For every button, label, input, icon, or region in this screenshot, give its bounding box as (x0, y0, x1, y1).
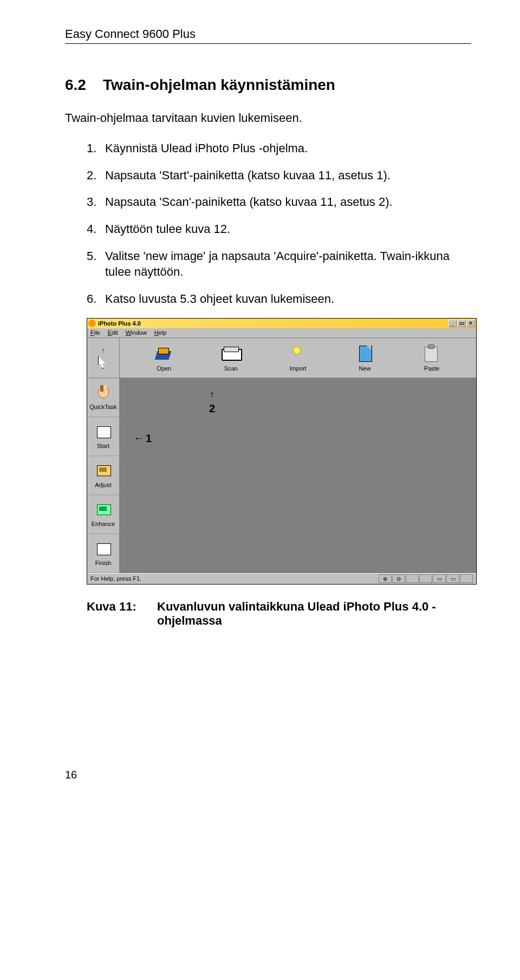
menu-window[interactable]: Window (126, 329, 147, 336)
list-text: Käynnistä Ulead iPhoto Plus -ohjelma. (105, 140, 471, 157)
list-text: Näyttöön tulee kuva 12. (105, 221, 471, 237)
list-text: Valitse 'new image' ja napsauta 'Acquire… (105, 248, 471, 280)
minimize-button[interactable]: _ (448, 320, 457, 327)
list-item: 2. Napsauta 'Start'-painiketta (katso ku… (87, 167, 471, 184)
list-text: Katso luvusta 5.3 ohjeet kuvan lukemisee… (105, 291, 471, 307)
figure-caption: Kuva 11: Kuvanluvun valintaikkuna Ulead … (87, 600, 471, 628)
status-cell: ▭ (433, 574, 446, 583)
hand-icon (95, 384, 112, 401)
toolbar-import[interactable]: Import (276, 343, 320, 372)
enhance-icon (95, 501, 112, 518)
status-cell (419, 574, 432, 583)
figure-caption-text: Kuvanluvun valintaikkuna Ulead iPhoto Pl… (157, 600, 471, 628)
toolbar-label: New (359, 365, 371, 372)
status-cell: ▭ (446, 574, 459, 583)
menu-edit[interactable]: Edit (108, 329, 118, 336)
sidebar-finish[interactable]: Finish (87, 534, 119, 573)
menu-file[interactable]: File (90, 329, 100, 336)
up-arrow-icon: ↑ (100, 347, 107, 354)
sidebar-label: Finish (95, 560, 111, 566)
toolbar-label: Import (289, 365, 306, 372)
list-number: 1. (87, 140, 105, 157)
open-icon (153, 343, 176, 363)
up-arrow-icon: ↑ (210, 389, 214, 400)
toolbar-label: Scan (224, 365, 238, 372)
maximize-button[interactable]: ▭ (457, 320, 466, 327)
zoom-in-icon[interactable]: ⊕ (379, 574, 392, 583)
sidebar-label: Enhance (92, 521, 115, 527)
sidebar-enhance[interactable]: Enhance (87, 495, 119, 534)
header-title: Easy Connect 9600 Plus (65, 27, 196, 41)
canvas-area: ← 1 ↑ 2 (120, 378, 476, 573)
toolbar-paste[interactable]: Paste (410, 343, 453, 372)
annotation-number: 1 (146, 432, 152, 445)
titlebar: iPhoto Plus 4.0 _ ▭ × (87, 319, 476, 328)
app-icon (88, 320, 96, 327)
sidebar: QuickTask Start Adjust Enhance Finish (87, 378, 120, 573)
toolbar-scan[interactable]: Scan (209, 343, 252, 372)
section-heading: 6.2 Twain-ohjelman käynnistäminen (65, 76, 471, 94)
annotation-2: ↑ 2 (209, 389, 215, 415)
new-icon (354, 343, 376, 363)
status-cell (406, 574, 419, 583)
running-header: Easy Connect 9600 Plus (65, 27, 471, 44)
adjust-icon (95, 462, 112, 479)
list-number: 6. (87, 291, 105, 307)
section-intro: Twain-ohjelmaa tarvitaan kuvien lukemise… (65, 111, 471, 125)
sidebar-top: ↑ (87, 338, 120, 378)
status-indicators: ⊕ ⊖ ▭ ▭ (379, 574, 473, 583)
list-number: 3. (87, 194, 105, 210)
list-number: 2. (87, 167, 105, 184)
toolbar-open[interactable]: Open (142, 343, 186, 372)
list-item: 4. Näyttöön tulee kuva 12. (87, 221, 471, 237)
import-icon (287, 343, 309, 363)
figure-label: Kuva 11: (87, 600, 157, 628)
annotation-number: 2 (209, 403, 215, 415)
menu-help[interactable]: Help (154, 329, 167, 336)
sidebar-label: Start (97, 443, 109, 449)
cursor-icon[interactable] (98, 355, 109, 368)
list-number: 4. (87, 221, 105, 237)
section-number: 6.2 (65, 76, 86, 93)
left-arrow-icon: ← (134, 433, 144, 444)
sidebar-quicktask[interactable]: QuickTask (87, 378, 119, 417)
ordered-list: 1. Käynnistä Ulead iPhoto Plus -ohjelma.… (87, 140, 471, 307)
status-text: For Help, press F1. (90, 575, 141, 582)
statusbar: For Help, press F1. ⊕ ⊖ ▭ ▭ (87, 573, 476, 584)
menubar: File Edit Window Help (87, 328, 476, 338)
annotation-1: ← 1 (134, 432, 152, 445)
status-cell (460, 574, 473, 583)
list-item: 5. Valitse 'new image' ja napsauta 'Acqu… (87, 248, 471, 280)
toolbar-new[interactable]: New (343, 343, 387, 372)
start-icon (95, 423, 112, 440)
scan-icon (219, 343, 242, 363)
zoom-out-icon[interactable]: ⊖ (392, 574, 405, 583)
embedded-screenshot: iPhoto Plus 4.0 _ ▭ × File Edit Window H… (87, 318, 477, 585)
sidebar-adjust[interactable]: Adjust (87, 456, 119, 495)
sidebar-label: Adjust (95, 482, 112, 488)
window-title: iPhoto Plus 4.0 (98, 320, 141, 327)
finish-icon (95, 540, 112, 557)
paste-icon (420, 343, 443, 363)
list-item: 3. Napsauta 'Scan'-painiketta (katso kuv… (87, 194, 471, 210)
toolbar-label: Open (157, 365, 171, 372)
list-item: 6. Katso luvusta 5.3 ohjeet kuvan lukemi… (87, 291, 471, 307)
sidebar-start[interactable]: Start (87, 417, 119, 456)
toolbar-label: Paste (424, 365, 439, 372)
close-button[interactable]: × (466, 320, 475, 327)
section-title-text: Twain-ohjelman käynnistäminen (103, 76, 335, 93)
list-text: Napsauta 'Start'-painiketta (katso kuvaa… (105, 167, 471, 184)
list-number: 5. (87, 248, 105, 280)
page-number: 16 (65, 769, 471, 781)
sidebar-label: QuickTask (89, 404, 117, 410)
list-item: 1. Käynnistä Ulead iPhoto Plus -ohjelma. (87, 140, 471, 157)
list-text: Napsauta 'Scan'-painiketta (katso kuvaa … (105, 194, 471, 210)
